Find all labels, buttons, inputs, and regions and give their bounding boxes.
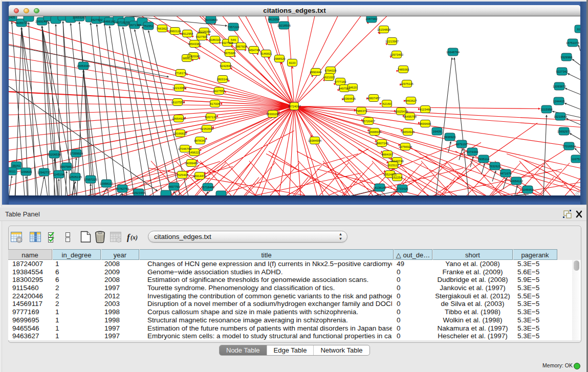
svg-text:12505135: 12505135 — [69, 175, 82, 178]
svg-text:2935114: 2935114 — [478, 157, 490, 160]
svg-text:252254: 252254 — [392, 176, 402, 179]
svg-text:8813054: 8813054 — [268, 17, 280, 20]
svg-text:10688609: 10688609 — [368, 130, 381, 133]
svg-text:8186323: 8186323 — [209, 38, 222, 41]
svg-text:20691406: 20691406 — [35, 19, 49, 23]
svg-text:1588520: 1588520 — [274, 57, 286, 60]
svg-text:7663822: 7663822 — [157, 27, 168, 30]
svg-text:1112: 1112 — [577, 27, 580, 30]
svg-text:9463627: 9463627 — [405, 99, 417, 102]
svg-text:7986372: 7986372 — [356, 109, 367, 112]
svg-text:9884067: 9884067 — [382, 152, 394, 156]
svg-text:15692971: 15692971 — [557, 129, 571, 133]
svg-text:1621022: 1621022 — [323, 75, 335, 78]
svg-text:9115460: 9115460 — [420, 107, 431, 111]
svg-text:751552: 751552 — [143, 24, 154, 27]
svg-text:1527602: 1527602 — [91, 18, 103, 21]
svg-text:1733426: 1733426 — [397, 187, 409, 190]
svg-text:1145194: 1145194 — [53, 172, 65, 176]
svg-text:20053346: 20053346 — [77, 64, 91, 67]
svg-text:1498222: 1498222 — [189, 150, 201, 154]
svg-text:16495758: 16495758 — [403, 115, 417, 118]
svg-text:6794028: 6794028 — [325, 69, 337, 72]
svg-text:12942737: 12942737 — [37, 170, 51, 173]
svg-text:12093872: 12093872 — [553, 84, 566, 87]
svg-text:9146821: 9146821 — [260, 52, 272, 55]
svg-text:39975867: 39975867 — [60, 165, 73, 168]
svg-text:7357224: 7357224 — [228, 25, 240, 28]
svg-text:2718176: 2718176 — [175, 71, 187, 74]
svg-text:19654925: 19654925 — [172, 117, 186, 120]
svg-text:18724007: 18724007 — [288, 104, 301, 107]
svg-text:12213369: 12213369 — [172, 86, 186, 89]
svg-text:8220: 8220 — [289, 61, 296, 64]
svg-text:16543382: 16543382 — [188, 42, 201, 45]
svg-text:7625402: 7625402 — [177, 173, 188, 176]
svg-text:19218506: 19218506 — [277, 24, 291, 27]
svg-text:2803144: 2803144 — [217, 77, 229, 80]
svg-text:6466160: 6466160 — [104, 19, 116, 23]
svg-text:8912954: 8912954 — [182, 32, 194, 35]
svg-text:9657791: 9657791 — [168, 185, 180, 188]
svg-text:18807249: 18807249 — [375, 141, 388, 144]
svg-text:9245652: 9245652 — [522, 188, 534, 191]
svg-text:1615112: 1615112 — [387, 163, 399, 166]
svg-text:116753: 116753 — [571, 157, 580, 160]
svg-text:62160: 62160 — [383, 102, 391, 105]
svg-text:12975115: 12975115 — [400, 82, 413, 85]
svg-text:98961: 98961 — [183, 56, 191, 59]
svg-text:16033809: 16033809 — [204, 18, 217, 21]
svg-text:8878342: 8878342 — [194, 139, 206, 142]
svg-text:1244415: 1244415 — [553, 99, 565, 102]
svg-text:1405: 1405 — [9, 16, 15, 19]
svg-text:7632621: 7632621 — [489, 164, 501, 167]
svg-text:8938923: 8938923 — [444, 135, 456, 138]
svg-text:8990444: 8990444 — [310, 70, 322, 73]
svg-text:35061: 35061 — [12, 164, 20, 167]
svg-text:8960124: 8960124 — [169, 29, 182, 32]
svg-text:19166825: 19166825 — [173, 132, 187, 135]
svg-text:19756928: 19756928 — [399, 145, 412, 148]
svg-text:10973493: 10973493 — [390, 53, 404, 56]
svg-text:14136141: 14136141 — [373, 186, 386, 189]
svg-text:8267130: 8267130 — [205, 115, 217, 118]
svg-text:546: 546 — [231, 38, 236, 41]
svg-text:39111: 39111 — [9, 169, 16, 172]
svg-text:2087682: 2087682 — [366, 17, 378, 20]
svg-text:10958107: 10958107 — [100, 182, 113, 185]
svg-text:6879197: 6879197 — [456, 142, 468, 145]
svg-text:19654923: 19654923 — [401, 130, 415, 133]
svg-text:9474444: 9474444 — [467, 150, 479, 153]
svg-text:9327505: 9327505 — [196, 35, 208, 38]
svg-text:19384554: 19384554 — [308, 139, 322, 142]
svg-text:17046766: 17046766 — [178, 147, 192, 150]
svg-text:16120746: 16120746 — [390, 159, 404, 162]
svg-text:15751074: 15751074 — [566, 41, 580, 44]
svg-text:18300295: 18300295 — [266, 112, 280, 115]
svg-text:7485063: 7485063 — [398, 68, 410, 71]
svg-text:12353594: 12353594 — [200, 127, 214, 130]
svg-text:14055721: 14055721 — [15, 21, 28, 24]
svg-text:2867608: 2867608 — [235, 45, 248, 48]
svg-text:12213967: 12213967 — [385, 39, 399, 42]
svg-text:17957225: 17957225 — [84, 178, 98, 181]
svg-text:20364436: 20364436 — [342, 97, 356, 100]
svg-text:9329966: 9329966 — [561, 55, 573, 58]
svg-text:3215958: 3215958 — [541, 107, 553, 111]
svg-text:16210643: 16210643 — [554, 115, 568, 118]
svg-text:8427552: 8427552 — [213, 89, 225, 92]
svg-text:10025433: 10025433 — [395, 110, 408, 113]
svg-text:16648784: 16648784 — [446, 50, 460, 53]
svg-text:16914479: 16914479 — [193, 174, 206, 177]
svg-text:10653267: 10653267 — [73, 16, 86, 19]
svg-text:8454749: 8454749 — [248, 48, 260, 51]
svg-text:0699695: 0699695 — [420, 122, 432, 125]
svg-text:16107552: 16107552 — [171, 100, 184, 103]
svg-text:12923466: 12923466 — [132, 191, 146, 194]
svg-text:15718485: 15718485 — [201, 185, 215, 188]
svg-text:9777169: 9777169 — [335, 80, 346, 83]
svg-text:16409: 16409 — [433, 129, 441, 133]
svg-text:9327508: 9327508 — [222, 41, 234, 44]
svg-text:10807457: 10807457 — [367, 96, 380, 99]
svg-text:16782759: 16782759 — [116, 187, 129, 190]
